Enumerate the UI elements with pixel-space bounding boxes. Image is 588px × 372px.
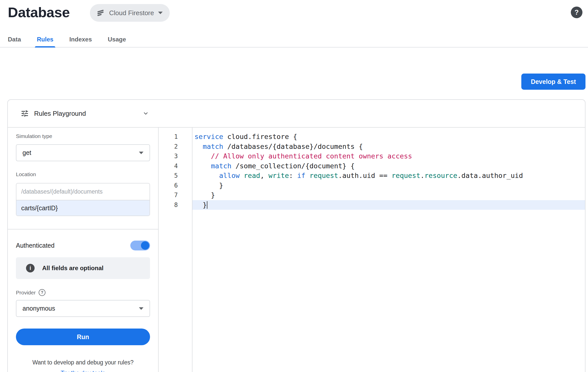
code-line[interactable]: match /some_collection/{document} { (192, 161, 585, 171)
line-number: 1 (159, 132, 178, 142)
simulation-type-select[interactable]: get (16, 144, 150, 161)
product-selector-label: Cloud Firestore (109, 9, 154, 17)
line-number: 5 (159, 171, 178, 181)
code-lines[interactable]: service cloud.firestore { match /databas… (192, 128, 585, 372)
firestore-icon (96, 8, 105, 17)
tab-usage[interactable]: Usage (108, 32, 126, 47)
simulation-type-value: get (22, 149, 31, 156)
provider-label: Provider (16, 290, 36, 296)
run-button[interactable]: Run (16, 329, 150, 345)
devtools-question: Want to develop and debug your rules? (8, 359, 158, 366)
page-title: Database (8, 4, 70, 20)
panel-divider (8, 229, 158, 229)
line-number: 4 (159, 161, 178, 171)
line-number: 2 (159, 142, 178, 152)
code-line[interactable]: } (192, 181, 585, 191)
info-banner: i All fields are optional (16, 257, 150, 279)
info-icon: i (26, 264, 35, 272)
chevron-down-icon (139, 307, 143, 310)
code-line[interactable]: } (192, 190, 585, 200)
line-number: 3 (159, 151, 178, 161)
rules-card: Rules Playground Simulation type get Loc… (7, 99, 585, 372)
code-line[interactable]: } (192, 200, 585, 210)
card-header: Rules Playground (8, 100, 585, 128)
line-number: 6 (159, 181, 178, 191)
location-label: Location (16, 171, 150, 177)
location-input[interactable]: carts/{cartID} (16, 200, 150, 216)
tab-data[interactable]: Data (8, 32, 21, 47)
tab-bar: Data Rules Indexes Usage (0, 32, 588, 48)
product-selector[interactable]: Cloud Firestore (90, 4, 170, 22)
tab-indexes[interactable]: Indexes (69, 32, 92, 47)
toggle-knob (141, 241, 149, 250)
location-prefix: /databases/(default)/documents (16, 183, 150, 200)
collapse-chevron-icon[interactable] (142, 110, 150, 117)
authenticated-label: Authenticated (16, 242, 55, 249)
line-number: 8 (159, 200, 178, 210)
code-line[interactable]: match /databases/{database}/documents { (192, 142, 585, 152)
help-icon[interactable]: ? (571, 7, 582, 18)
simulation-type-label: Simulation type (16, 133, 150, 139)
tab-rules[interactable]: Rules (37, 32, 53, 47)
develop-test-button[interactable]: Develop & Test (521, 74, 585, 90)
line-number: 7 (159, 190, 178, 200)
rules-editor[interactable]: 12345678 service cloud.firestore { match… (159, 128, 585, 372)
devtools-link[interactable]: Try the dev tools (61, 369, 105, 372)
info-banner-text: All fields are optional (42, 265, 104, 272)
tune-icon (20, 109, 29, 118)
rules-playground-panel: Simulation type get Location /databases/… (8, 128, 159, 372)
chevron-down-icon (139, 152, 143, 154)
code-line[interactable]: // Allow only authenticated content owne… (192, 151, 585, 161)
rules-playground-header[interactable]: Rules Playground (8, 109, 159, 118)
card-body: Simulation type get Location /databases/… (8, 128, 585, 372)
provider-value: anonymous (22, 305, 55, 312)
provider-help-icon[interactable]: ? (39, 289, 45, 296)
authenticated-toggle[interactable] (130, 241, 150, 250)
location-field: /databases/(default)/documents carts/{ca… (16, 183, 150, 216)
code-line[interactable]: allow read, write: if request.auth.uid =… (192, 171, 585, 181)
code-line[interactable]: service cloud.firestore { (192, 132, 585, 142)
text-cursor (207, 201, 208, 209)
rules-playground-title: Rules Playground (34, 110, 86, 118)
chevron-down-icon (158, 12, 163, 14)
provider-select[interactable]: anonymous (16, 300, 150, 317)
gutter: 12345678 (159, 128, 192, 372)
